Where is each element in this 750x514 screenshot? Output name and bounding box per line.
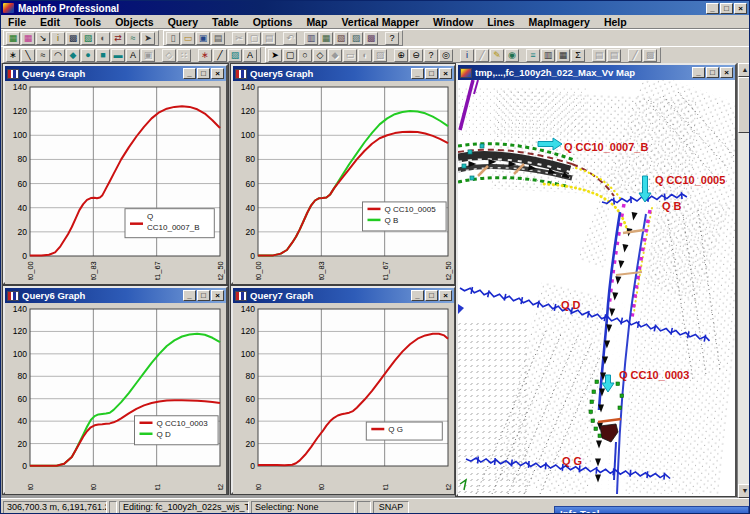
scrollbar-thumb[interactable] [738, 77, 750, 133]
browse-table-icon[interactable]: ▥ [541, 49, 555, 62]
close-button[interactable]: × [211, 290, 224, 301]
radius-select-icon[interactable]: ○ [298, 49, 312, 62]
new-browser-icon[interactable]: ▥ [304, 32, 318, 45]
minimize-button[interactable]: _ [183, 68, 196, 79]
query5-titlebar[interactable]: Query5 Graph _ □ × [233, 66, 454, 81]
new-layout-icon[interactable]: ▨ [349, 32, 363, 45]
save-table-icon[interactable]: ▣ [196, 32, 210, 45]
change-view-icon[interactable]: ? [424, 49, 438, 62]
line-style-icon[interactable]: ╱ [213, 49, 227, 62]
drag-map-window-icon[interactable]: ✎ [490, 49, 504, 62]
chart-query4[interactable]: 020406080100120140t0_00t0_83t1_67t2_50QC… [5, 81, 226, 282]
maximize-button[interactable]: □ [425, 290, 438, 301]
rounded-rect-tool-icon[interactable]: ▬ [111, 49, 125, 62]
ellipse-tool-icon[interactable]: ● [81, 49, 95, 62]
line-tool-icon[interactable]: ╲ [21, 49, 35, 62]
close-button[interactable]: × [720, 67, 733, 78]
minimize-button[interactable]: _ [183, 290, 196, 301]
zoom-out-icon[interactable]: ⊖ [409, 49, 423, 62]
query4-titlebar[interactable]: Query4 Graph _ □ × [5, 66, 226, 81]
zoom-in-icon[interactable]: ⊕ [394, 49, 408, 62]
close-button[interactable]: × [734, 3, 747, 14]
vm-temporal-icon[interactable]: ◐ [96, 32, 110, 45]
vm-cross-section-icon[interactable]: ⇄ [111, 32, 125, 45]
new-window-icon[interactable]: ▦ [556, 49, 570, 62]
chart-query5[interactable]: 020406080100120140t0_00t0_83t1_67t2_50Q … [233, 81, 454, 282]
pan-grabber-icon[interactable]: ◎ [439, 49, 453, 62]
graph-window-query7[interactable]: Query7 Graph _ □ × 020406080100120140t0t… [231, 286, 456, 494]
graph-window-query6[interactable]: Query6 Graph _ □ × 020406080100120140t0t… [3, 286, 228, 494]
menu-objects[interactable]: Objects [108, 16, 161, 28]
menu-table[interactable]: Table [205, 16, 246, 28]
vm-rainbow-grid-icon[interactable]: ▦ [21, 32, 35, 45]
map-window[interactable]: tmp,...,fc_100y2h_022_Max_Vv Map _ □ × [456, 63, 737, 496]
new-mapper-icon[interactable]: ▦ [319, 32, 333, 45]
vm-profile-icon[interactable]: ≈ [126, 32, 140, 45]
menu-file[interactable]: File [1, 16, 33, 28]
app-titlebar[interactable]: MapInfo Professional _ □ × [1, 1, 749, 15]
vm-grid-image-icon[interactable]: ▩ [66, 32, 80, 45]
text-tool-icon[interactable]: A [126, 49, 140, 62]
open-table-icon[interactable]: ▭ [181, 32, 195, 45]
graph-window-query5[interactable]: Query5 Graph _ □ × 020406080100120140t0_… [231, 64, 456, 284]
maximize-button[interactable]: □ [425, 68, 438, 79]
select-tool-icon[interactable]: ➤ [268, 49, 282, 62]
menu-window[interactable]: Window [426, 16, 480, 28]
query6-titlebar[interactable]: Query6 Graph _ □ × [5, 288, 226, 303]
new-redistrict-icon[interactable]: ▩ [364, 32, 378, 45]
menu-query[interactable]: Query [161, 16, 205, 28]
maximize-button[interactable]: □ [720, 3, 733, 14]
menu-tools[interactable]: Tools [67, 16, 108, 28]
vm-show-grid-icon[interactable]: ▧ [81, 32, 95, 45]
maximize-button[interactable]: □ [706, 67, 719, 78]
layer-control-icon[interactable]: ≡ [526, 49, 540, 62]
menu-help[interactable]: Help [597, 16, 634, 28]
hotlink-icon[interactable]: ◉ [505, 49, 519, 62]
menu-mapimagery[interactable]: MapImagery [522, 16, 597, 28]
graph-window-query4[interactable]: Query4 Graph _ □ × 020406080100120140t0_… [3, 64, 228, 284]
menu-edit[interactable]: Edit [33, 16, 67, 28]
scroll-up-button[interactable]: ▲ [738, 63, 750, 77]
rectangle-tool-icon[interactable]: ■ [96, 49, 110, 62]
close-button[interactable]: × [439, 68, 452, 79]
arc-tool-icon[interactable]: ◠ [51, 49, 65, 62]
minimize-button[interactable]: _ [692, 67, 705, 78]
menu-lines[interactable]: Lines [480, 16, 521, 28]
maximize-button[interactable]: □ [197, 68, 210, 79]
help-pointer-icon[interactable]: ? [385, 32, 399, 45]
chart-query6[interactable]: 020406080100120140t0t0t1t2Q CC10_0003Q D [5, 303, 226, 492]
vm-grid-analysis-icon[interactable]: ▦ [6, 32, 20, 45]
print-icon[interactable]: ▤ [211, 32, 225, 45]
vm-select-icon[interactable]: ➤ [141, 32, 155, 45]
vm-region-info-icon[interactable]: i [51, 32, 65, 45]
minimize-button[interactable]: _ [706, 3, 719, 14]
info-tool-window[interactable]: Info Tool [554, 506, 749, 514]
map-canvas[interactable]: Q CC10_0007_BQ CC10_0005Q BQ DQ CC10_000… [458, 80, 735, 494]
menu-map[interactable]: Map [299, 16, 334, 28]
close-button[interactable]: × [211, 68, 224, 79]
symbol-style-icon[interactable]: ∗ [198, 49, 212, 62]
polygon-tool-icon[interactable]: ◆ [66, 49, 80, 62]
region-style-icon[interactable]: ▨ [228, 49, 242, 62]
maximize-button[interactable]: □ [197, 290, 210, 301]
new-grapher-icon[interactable]: ▧ [334, 32, 348, 45]
minimize-button[interactable]: _ [411, 290, 424, 301]
info-tool-icon[interactable]: i [460, 49, 474, 62]
symbol-tool-icon[interactable]: ∗ [6, 49, 20, 62]
statistics-icon[interactable]: Σ [571, 49, 585, 62]
status-snap-toggle[interactable]: SNAP [373, 501, 409, 514]
close-button[interactable]: × [439, 290, 452, 301]
menu-vertical-mapper[interactable]: Vertical Mapper [334, 16, 426, 28]
polygon-select-icon[interactable]: ◇ [313, 49, 327, 62]
query7-titlebar[interactable]: Query7 Graph _ □ × [233, 288, 454, 303]
text-style-icon[interactable]: A [243, 49, 257, 62]
chart-query7[interactable]: 020406080100120140t0t0t1t2Q G [233, 303, 454, 492]
status-editing[interactable]: Editing: fc_100y2h_022s_wjs_TS [119, 501, 249, 514]
map-titlebar[interactable]: tmp,...,fc_100y2h_022_Max_Vv Map _ □ × [458, 65, 735, 80]
polyline-tool-icon[interactable]: ≈ [36, 49, 50, 62]
vm-point-inspect-icon[interactable]: ↘ [36, 32, 50, 45]
new-table-icon[interactable]: ▯ [166, 32, 180, 45]
minimize-button[interactable]: _ [411, 68, 424, 79]
scroll-down-button[interactable]: ▼ [738, 484, 750, 498]
marquee-select-icon[interactable]: ▢ [283, 49, 297, 62]
